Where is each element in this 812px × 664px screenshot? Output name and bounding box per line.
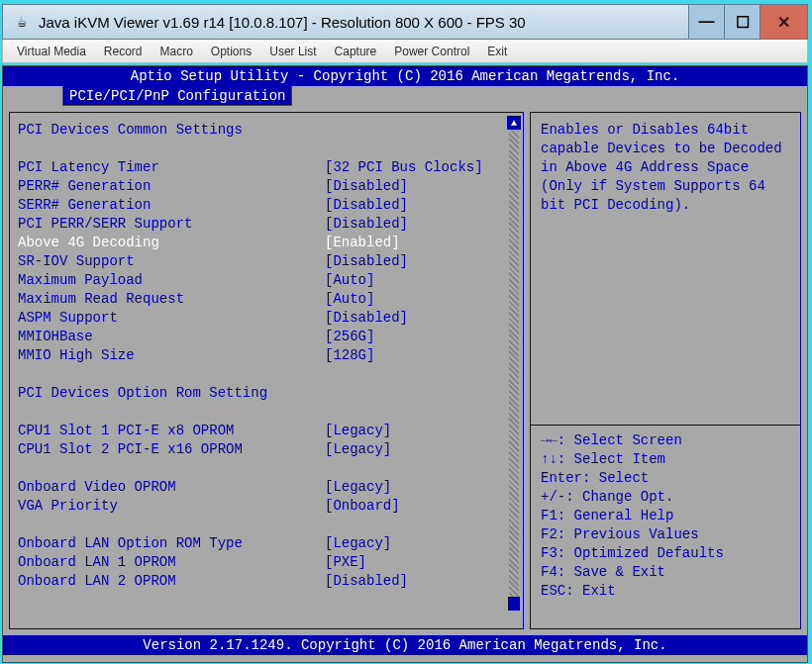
menu-exit[interactable]: Exit — [487, 45, 507, 58]
blank — [18, 140, 509, 158]
key-hint: F3: Optimized Defaults — [541, 544, 790, 563]
blank — [18, 516, 509, 534]
app-outer: ☕ Java iKVM Viewer v1.69 r14 [10.0.8.107… — [0, 0, 812, 664]
bios-body: ▲ PCI Devices Common Settings PCI Latenc… — [3, 106, 807, 635]
setting-row[interactable]: PERR# Generation[Disabled] — [18, 177, 509, 196]
menu-capture[interactable]: Capture — [335, 45, 377, 58]
menu-options[interactable]: Options — [211, 45, 252, 58]
setting-label: MMIO High Size — [18, 346, 325, 365]
setting-value: [Auto] — [325, 271, 374, 290]
setting-row[interactable]: SR-IOV Support[Disabled] — [18, 252, 509, 271]
scroll-up-icon[interactable]: ▲ — [507, 116, 521, 130]
window-minimize-button[interactable]: — — [688, 5, 724, 39]
setting-row[interactable]: CPU1 Slot 1 PCI-E x8 OPROM[Legacy] — [18, 422, 509, 440]
setting-value: [Legacy] — [325, 422, 391, 440]
setting-label: Maximum Payload — [18, 271, 325, 290]
setting-label: VGA Priority — [18, 497, 325, 516]
setting-row[interactable]: Maximum Payload[Auto] — [18, 271, 509, 290]
setting-value: [Disabled] — [325, 177, 408, 196]
setting-label: Onboard LAN Option ROM Type — [18, 534, 325, 553]
scrollbar-track[interactable] — [509, 131, 519, 611]
setting-label: Onboard LAN 2 OPROM — [18, 572, 325, 591]
section-oprom: PCI Devices Option Rom Setting — [18, 384, 509, 403]
bios-right-panel: Enables or Disables 64bit capable Device… — [530, 112, 801, 629]
setting-value: [256G] — [325, 328, 374, 346]
key-hint: F1: General Help — [541, 507, 790, 525]
menu-user-list[interactable]: User List — [269, 45, 316, 58]
setting-label: SR-IOV Support — [18, 252, 325, 271]
setting-row[interactable]: VGA Priority[Onboard] — [18, 497, 509, 516]
setting-label: SERR# Generation — [18, 196, 325, 215]
window-buttons: — ☐ ✕ — [688, 5, 807, 39]
setting-value: [Enabled] — [325, 234, 400, 252]
setting-label: Onboard LAN 1 OPROM — [18, 553, 325, 572]
bios-footer: Version 2.17.1249. Copyright (C) 2016 Am… — [3, 635, 807, 655]
setting-label: Onboard Video OPROM — [18, 478, 325, 497]
setting-value: [Disabled] — [325, 309, 408, 328]
setting-row[interactable]: MMIO High Size[128G] — [18, 346, 509, 365]
setting-row[interactable]: Onboard LAN 2 OPROM[Disabled] — [18, 572, 509, 591]
help-text: Enables or Disables 64bit capable Device… — [541, 121, 790, 215]
window-maximize-button[interactable]: ☐ — [724, 5, 760, 39]
spacer — [541, 601, 790, 620]
blank — [18, 403, 509, 422]
setting-label: ASPM Support — [18, 309, 325, 328]
setting-row[interactable]: Onboard Video OPROM[Legacy] — [18, 478, 509, 497]
setting-label: PERR# Generation — [18, 177, 325, 196]
setting-value: [128G] — [325, 346, 374, 365]
window-close-button[interactable]: ✕ — [760, 5, 807, 39]
bios-left-panel: ▲ PCI Devices Common Settings PCI Latenc… — [9, 112, 524, 629]
window-title: Java iKVM Viewer v1.69 r14 [10.0.8.107] … — [39, 14, 688, 31]
menubar: Virtual Media Record Macro Options User … — [2, 40, 808, 63]
window-titlebar: ☕ Java iKVM Viewer v1.69 r14 [10.0.8.107… — [2, 4, 808, 40]
help-divider — [531, 425, 800, 426]
key-hint: ESC: Exit — [541, 582, 790, 601]
scrollbar-thumb[interactable] — [508, 597, 520, 611]
setting-row[interactable]: MMIOHBase[256G] — [18, 328, 509, 346]
setting-value: [Disabled] — [325, 196, 408, 215]
setting-label: CPU1 Slot 2 PCI-E x16 OPROM — [18, 440, 325, 459]
spacer — [541, 215, 790, 419]
java-icon: ☕ — [13, 11, 31, 33]
setting-value: [Disabled] — [325, 572, 408, 591]
key-legend: →←: Select Screen ↑↓: Select Item Enter:… — [541, 431, 790, 601]
setting-row[interactable]: Onboard LAN 1 OPROM[PXE] — [18, 553, 509, 572]
key-hint: +/-: Change Opt. — [541, 488, 790, 507]
setting-value: [PXE] — [325, 553, 366, 572]
bios-header: Aptio Setup Utility - Copyright (C) 2016… — [3, 66, 807, 86]
key-hint: Enter: Select — [541, 469, 790, 488]
setting-label: MMIOHBase — [18, 328, 325, 346]
setting-value: [Legacy] — [325, 440, 391, 459]
setting-row[interactable]: PCI PERR/SERR Support[Disabled] — [18, 215, 509, 234]
menu-virtual-media[interactable]: Virtual Media — [17, 45, 86, 58]
setting-label: Above 4G Decoding — [18, 234, 325, 252]
setting-row-selected[interactable]: Above 4G Decoding[Enabled] — [18, 234, 509, 252]
blank — [18, 459, 509, 478]
setting-value: [Disabled] — [325, 215, 408, 234]
setting-label: Maximum Read Request — [18, 290, 325, 309]
setting-value: [32 PCI Bus Clocks] — [325, 158, 483, 177]
setting-value: [Legacy] — [325, 478, 391, 497]
section-common: PCI Devices Common Settings — [18, 121, 509, 140]
key-hint: →←: Select Screen — [541, 431, 790, 450]
setting-row[interactable]: ASPM Support[Disabled] — [18, 309, 509, 328]
key-hint: ↑↓: Select Item — [541, 450, 790, 469]
key-hint: F2: Previous Values — [541, 525, 790, 544]
setting-label: PCI Latency Timer — [18, 158, 325, 177]
key-hint: F4: Save & Exit — [541, 563, 790, 582]
setting-value: [Legacy] — [325, 534, 391, 553]
blank — [18, 365, 509, 384]
setting-row[interactable]: Maximum Read Request[Auto] — [18, 290, 509, 309]
setting-row[interactable]: SERR# Generation[Disabled] — [18, 196, 509, 215]
setting-row[interactable]: Onboard LAN Option ROM Type[Legacy] — [18, 534, 509, 553]
setting-label: CPU1 Slot 1 PCI-E x8 OPROM — [18, 422, 325, 440]
setting-row[interactable]: CPU1 Slot 2 PCI-E x16 OPROM[Legacy] — [18, 440, 509, 459]
setting-value: [Onboard] — [325, 497, 400, 516]
menu-macro[interactable]: Macro — [160, 45, 193, 58]
bios-screen: Aptio Setup Utility - Copyright (C) 2016… — [2, 65, 808, 663]
setting-row[interactable]: PCI Latency Timer[32 PCI Bus Clocks] — [18, 158, 509, 177]
setting-value: [Disabled] — [325, 252, 408, 271]
menu-power-control[interactable]: Power Control — [394, 45, 469, 58]
menu-record[interactable]: Record — [104, 45, 143, 58]
bios-tab-active[interactable]: PCIe/PCI/PnP Configuration — [62, 86, 292, 106]
